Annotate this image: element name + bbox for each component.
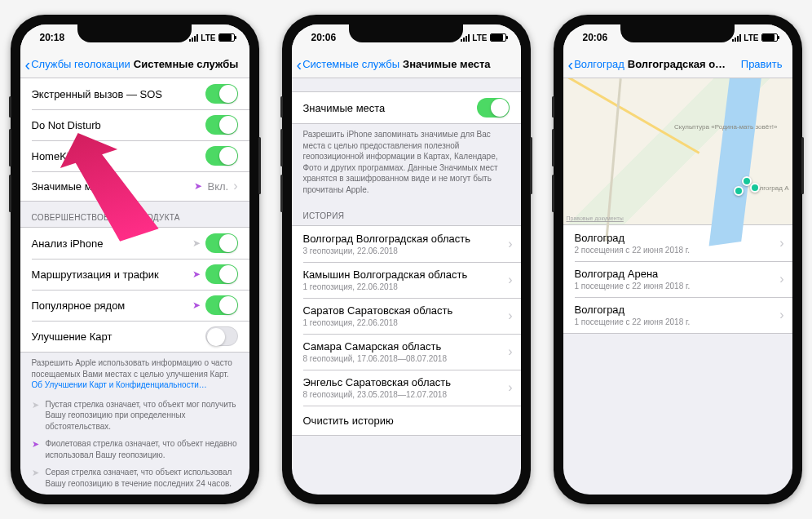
chevron-right-icon: › (508, 237, 512, 251)
visit-item[interactable]: Волгоград Арена 1 посещение с 22 июня 20… (563, 261, 792, 297)
history-item[interactable]: Саратов Саратовская область 1 геопозиция… (292, 298, 521, 334)
row-homekit[interactable]: HomeKit (20, 140, 249, 171)
location-arrow-icon: ➤ (194, 180, 202, 192)
toggle[interactable] (205, 264, 238, 284)
row-improve-maps[interactable]: Улучшение Карт (20, 321, 249, 352)
page-title: Системные службы (130, 58, 245, 70)
row-iphone-analytics[interactable]: Анализ iPhone ➤ (20, 228, 249, 259)
phone-3: 20:06 LTE ‹ Волгоград Волгоградская о… П… (554, 15, 802, 504)
map-pin-icon[interactable] (742, 176, 752, 186)
row-label: Анализ iPhone (32, 237, 192, 250)
page-title: Волгоградская о… (624, 58, 741, 70)
network-label: LTE (472, 33, 487, 42)
legend-purple-arrow: ➤ Фиолетовая стрелка означает, что объек… (20, 435, 249, 464)
chevron-right-icon: › (508, 273, 512, 287)
row-routing-traffic[interactable]: Маршрутизация и трафик ➤ (20, 259, 249, 290)
section-header-improvement: СОВЕРШЕНСТВОВАНИЕ ПРОДУКТА (20, 202, 249, 227)
phone-2: 20:06 LTE ‹ Системные службы Значимые ме… (282, 15, 531, 504)
nav-header: ‹ Волгоград Волгоградская о… Править (563, 51, 792, 78)
group-history: Волгоград Волгоградская область 3 геопоз… (292, 225, 521, 436)
row-label: Значимые места (32, 180, 195, 193)
visit-title: Волгоград (575, 232, 781, 244)
map-legal-link[interactable]: Правовые документы (567, 215, 624, 221)
location-arrow-icon: ➤ (192, 237, 201, 249)
visit-item[interactable]: Волгоград 2 посещения с 22 июня 2018 г. … (563, 225, 792, 261)
toggle[interactable] (477, 98, 510, 118)
privacy-link[interactable]: Об Улучшении Карт и Конфиденциальности… (32, 380, 207, 389)
map-poi-label: Скульптура «Родина-мать зовёт!» (674, 123, 777, 131)
notch (620, 24, 735, 42)
row-significant-locations-toggle[interactable]: Значимые места (292, 92, 521, 123)
row-significant-locations[interactable]: Значимые места ➤ Вкл. › (20, 171, 249, 201)
description-note: Разрешить iPhone запоминать значимые для… (292, 124, 521, 200)
history-title: Самара Самарская область (303, 340, 510, 353)
chevron-left-icon: ‹ (568, 56, 574, 73)
location-arrow-icon: ➤ (32, 467, 39, 489)
back-label: Системные службы (302, 58, 399, 70)
group-system-services: Экстренный вызов — SOS Do Not Disturb Ho… (20, 78, 249, 202)
back-label: Службы геолокации (31, 58, 130, 70)
signal-icon (189, 34, 198, 42)
clock: 20:06 (311, 32, 337, 43)
clock: 20:06 (583, 32, 608, 43)
history-title: Волгоград Волгоградская область (303, 233, 510, 245)
row-label: Маршрутизация и трафик (32, 268, 192, 281)
chevron-right-icon: › (779, 272, 783, 286)
nav-header: ‹ Службы геолокации Системные службы (20, 51, 249, 78)
chevron-left-icon: ‹ (297, 56, 302, 73)
history-title: Камышин Волгоградская область (303, 268, 510, 281)
visit-subtitle: 1 посещение с 22 июня 2018 г. (575, 282, 781, 291)
visit-item[interactable]: Волгоград 1 посещение с 22 июня 2018 г. … (563, 297, 792, 333)
history-item[interactable]: Волгоград Волгоградская область 3 геопоз… (292, 226, 521, 262)
network-label: LTE (201, 33, 215, 42)
back-button[interactable]: ‹ Системные службы (297, 56, 400, 73)
back-button[interactable]: ‹ Волгоград (568, 56, 624, 73)
toggle-sos[interactable] (205, 84, 238, 104)
notch (77, 24, 192, 42)
group-visits: Волгоград 2 посещения с 22 июня 2018 г. … (563, 225, 792, 334)
battery-icon (761, 33, 778, 42)
location-arrow-icon: ➤ (32, 438, 39, 460)
edit-button[interactable]: Править (741, 58, 788, 70)
row-label: Очистить историю (303, 415, 510, 427)
row-label: Do Not Disturb (32, 119, 205, 131)
map-pin-icon[interactable] (734, 186, 744, 196)
row-dnd[interactable]: Do Not Disturb (20, 109, 249, 140)
toggle-homekit[interactable] (205, 146, 238, 166)
row-popular-nearby[interactable]: Популярное рядом ➤ (20, 290, 249, 321)
content: Экстренный вызов — SOS Do Not Disturb Ho… (20, 78, 249, 495)
status-text: Вкл. (207, 180, 228, 193)
history-subtitle: 1 геопозиция, 22.06.2018 (303, 282, 510, 291)
back-button[interactable]: ‹ Службы геолокации (25, 56, 130, 73)
visit-title: Волгоград (575, 304, 781, 316)
history-item[interactable]: Самара Самарская область 8 геопозиций, 1… (292, 334, 521, 370)
toggle[interactable] (205, 233, 238, 253)
toggle[interactable] (205, 326, 238, 346)
row-label: Популярное рядом (32, 299, 192, 312)
signal-icon (732, 34, 741, 42)
footer-note: Разрешить Apple использовать информацию … (20, 353, 249, 396)
history-item[interactable]: Камышин Волгоградская область 1 геопозиц… (292, 262, 521, 298)
nav-header: ‹ Системные службы Значимые места (292, 51, 521, 78)
phone-1: 20:18 LTE ‹ Службы геолокации Системные … (11, 15, 259, 504)
toggle-dnd[interactable] (205, 115, 238, 135)
chevron-right-icon: › (233, 179, 237, 193)
clock: 20:18 (40, 32, 65, 43)
clear-history-button[interactable]: Очистить историю (292, 406, 521, 435)
row-label: HomeKit (32, 150, 205, 162)
map-pin-icon[interactable] (750, 183, 760, 193)
visit-subtitle: 2 посещения с 22 июня 2018 г. (575, 246, 781, 255)
history-subtitle: 8 геопозиций, 23.05.2018—12.07.2018 (303, 390, 510, 399)
chevron-right-icon: › (779, 236, 783, 251)
history-item[interactable]: Энгельс Саратовская область 8 геопозиций… (292, 370, 521, 406)
toggle[interactable] (205, 295, 238, 315)
location-arrow-icon: ➤ (32, 399, 39, 432)
content: Значимые места Разрешить iPhone запомина… (292, 78, 521, 495)
map-view[interactable]: Скульптура «Родина-мать зовёт!» Волгогра… (563, 78, 792, 225)
row-sos[interactable]: Экстренный вызов — SOS (20, 78, 249, 109)
back-label: Волгоград (574, 58, 624, 70)
history-title: Энгельс Саратовская область (303, 376, 510, 388)
page-title: Значимые места (399, 58, 515, 70)
section-header-history: ИСТОРИЯ (292, 200, 521, 225)
content: Скульптура «Родина-мать зовёт!» Волгогра… (563, 78, 792, 495)
